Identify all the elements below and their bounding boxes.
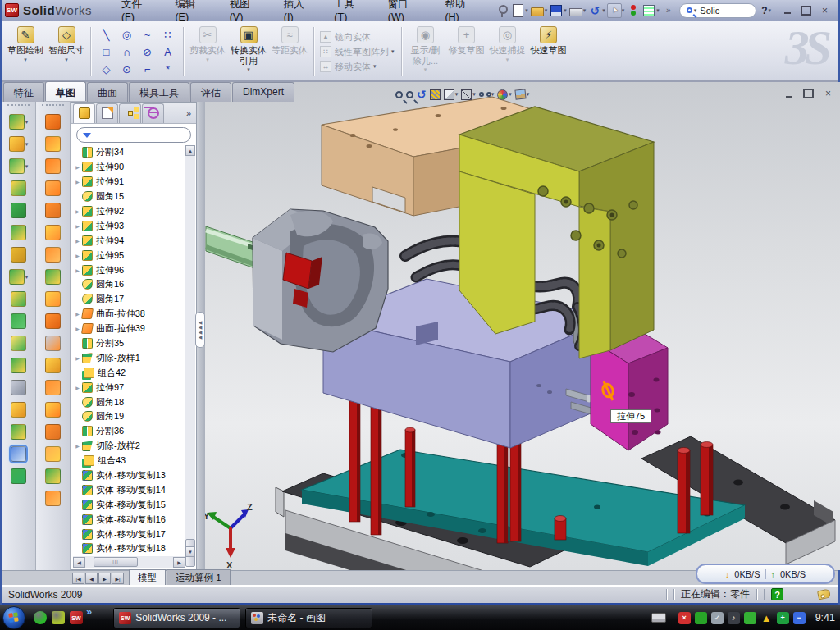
tool-button-toolcol2-1[interactable] (36, 133, 70, 155)
expander-icon[interactable]: ▶ (73, 326, 82, 331)
tab-评估[interactable]: 评估 (190, 82, 231, 102)
design-checker-icon-dropdown[interactable]: ▾ (656, 7, 660, 14)
quick-launch-chevron-icon[interactable]: » (86, 605, 92, 618)
pin-icon[interactable] (495, 3, 509, 18)
tab-草图[interactable]: 草图 (45, 81, 86, 101)
help-dropdown-icon[interactable]: ▾ (768, 7, 771, 14)
tree-item-实体-移动/复制16[interactable]: 实体-移动/复制16 (73, 512, 186, 527)
antivirus-shield-icon[interactable]: × (678, 612, 691, 624)
tool-dropdown-icon[interactable]: ▾ (25, 274, 29, 281)
tree-item-切除-放样2[interactable]: ▶切除-放样2 (73, 439, 186, 454)
search-input[interactable]: Solic (700, 6, 719, 16)
taskbar-clock[interactable]: 9:41 (815, 612, 835, 623)
tree-item-实体-移动/复制18[interactable]: 实体-移动/复制18 (73, 541, 186, 556)
open-icon-dropdown[interactable]: ▾ (545, 7, 548, 14)
tree-item-圆角17[interactable]: 圆角17 (73, 292, 186, 307)
ribbon-button-转换实体引用[interactable]: ▣转换实体引用▾ (228, 24, 269, 80)
warning-icon[interactable]: ▲ (760, 612, 773, 624)
expander-icon[interactable]: ▶ (73, 164, 82, 170)
tool-button-toolcol2-9[interactable] (36, 310, 70, 332)
dropdown-icon[interactable]: ▾ (24, 57, 27, 63)
tool-button-toolcol2-14[interactable] (36, 421, 70, 443)
quick-tips-icon[interactable]: ? (771, 588, 783, 600)
scroll-up-button[interactable]: ▲ (185, 145, 195, 156)
scene-icon[interactable]: ▾ (515, 89, 530, 99)
tool-dropdown-icon[interactable]: ▾ (25, 163, 29, 170)
tree-item-拉伸93[interactable]: ▶拉伸93 (73, 218, 186, 233)
sketch-entity-icon-2[interactable]: ~ (137, 26, 158, 43)
tree-item-曲面-拉伸39[interactable]: ▶曲面-拉伸39 (73, 322, 186, 336)
traffic-light-icon[interactable] (626, 3, 641, 18)
tool-button-toolcol2-10[interactable] (36, 332, 70, 354)
expander-icon[interactable]: ▶ (73, 267, 82, 273)
search-dropdown-icon[interactable]: ▾ (694, 7, 697, 14)
sketch-entity-icon-3[interactable]: ∷ (158, 26, 178, 43)
tool-button-toolcol1-0[interactable]: ▾ (2, 111, 35, 133)
expander-icon[interactable]: ▶ (73, 179, 82, 185)
tree-item-曲面-拉伸38[interactable]: ▶曲面-拉伸38 (73, 307, 186, 322)
doc-minimize-button[interactable] (780, 87, 797, 100)
scroll-right-button[interactable]: ▶ (173, 557, 185, 568)
tree-item-分割34[interactable]: 分割34 (73, 145, 186, 160)
property-manager-tab[interactable] (96, 103, 118, 123)
sketch-entity-icon-8[interactable]: ◇ (96, 61, 116, 78)
hide-show-items-icon[interactable]: ▾ (479, 91, 495, 98)
start-button[interactable] (2, 606, 25, 629)
feature-manager-tab[interactable] (73, 103, 95, 123)
save-icon-dropdown[interactable]: ▾ (564, 7, 567, 14)
sketch-entity-icon-7[interactable]: A (158, 43, 178, 61)
graphics-viewport[interactable]: Y Z X ↺▾▾▾▾▾ × 拉伸75 (205, 82, 840, 570)
tree-item-圆角16[interactable]: 圆角16 (73, 277, 186, 292)
expander-icon[interactable]: ▶ (73, 385, 82, 390)
scroll-left-button[interactable]: ◀ (73, 557, 85, 568)
sketch-entity-icon-6[interactable]: ⊘ (137, 43, 158, 61)
sketch-entity-icon-9[interactable]: ⊙ (116, 61, 137, 78)
tool-button-toolcol1-1[interactable]: ▾ (2, 133, 35, 155)
tool-button-toolcol1-6[interactable] (2, 244, 35, 266)
tool-button-toolcol2-11[interactable] (36, 354, 70, 377)
select-cursor-icon-dropdown[interactable]: ▾ (622, 7, 625, 14)
tool-button-toolcol2-2[interactable] (36, 155, 70, 177)
tab-特征[interactable]: 特征 (3, 82, 44, 102)
configuration-manager-tab[interactable] (119, 103, 141, 123)
tab-曲面[interactable]: 曲面 (87, 82, 128, 102)
tree-item-拉伸95[interactable]: ▶拉伸95 (73, 248, 186, 262)
tab-nav-2[interactable]: ▶ (98, 573, 111, 584)
network-speed-widget[interactable]: ↓ 0KB/S ↑ 0KB/S (696, 564, 835, 584)
tool-button-toolcol1-15[interactable] (2, 443, 35, 465)
ribbon-button-移动实体[interactable]: ↔移动实体▾ (320, 61, 395, 73)
tool-button-toolcol2-6[interactable] (36, 244, 70, 266)
dimxpert-manager-tab[interactable] (142, 103, 164, 123)
doc-close-button[interactable]: × (819, 87, 837, 100)
print-icon-dropdown[interactable]: ▾ (583, 7, 587, 14)
help-button[interactable]: ? (761, 5, 767, 16)
tag-icon[interactable] (817, 589, 831, 600)
tool-button-toolcol1-10[interactable] (2, 332, 35, 354)
tool-button-toolcol2-15[interactable] (36, 443, 70, 465)
tree-item-拉伸92[interactable]: ▶拉伸92 (73, 204, 186, 219)
minimize-button[interactable] (778, 3, 796, 17)
badge-icon[interactable]: ✓ (711, 612, 724, 624)
dropdown-icon[interactable]: ▾ (424, 66, 427, 73)
tree-vertical-scrollbar[interactable]: ▲ ≡ ▼ (185, 145, 195, 557)
tree-filter-input[interactable] (76, 127, 191, 143)
expander-icon[interactable]: ▶ (73, 355, 82, 361)
ribbon-button-快速草图[interactable]: ⚡快速草图 (528, 24, 569, 80)
tree-item-圆角15[interactable]: 圆角15 (73, 189, 186, 204)
dropdown-icon[interactable]: ▾ (472, 91, 476, 98)
tab-nav-1[interactable]: ◀ (85, 573, 98, 584)
tool-button-toolcol1-4[interactable] (2, 199, 35, 221)
close-button[interactable]: × (816, 3, 833, 17)
tool-button-toolcol2-16[interactable] (36, 465, 70, 487)
panel-splitter[interactable]: ◀◀◀◀ (197, 102, 205, 570)
tool-button-toolcol2-13[interactable] (36, 399, 70, 421)
tree-item-组合43[interactable]: 组合43 (73, 454, 186, 468)
volume-icon[interactable]: ♪ (728, 612, 740, 624)
dropdown-icon[interactable]: ▾ (509, 91, 512, 98)
tool-button-toolcol2-12[interactable] (36, 377, 70, 399)
tree-item-拉伸96[interactable]: ▶拉伸96 (73, 262, 186, 277)
tab-nav-3[interactable]: ▶| (112, 573, 124, 584)
save-icon[interactable] (549, 3, 564, 18)
tree-item-实体-移动/复制14[interactable]: 实体-移动/复制14 (73, 482, 186, 497)
dropdown-icon[interactable]: ▾ (527, 91, 530, 98)
